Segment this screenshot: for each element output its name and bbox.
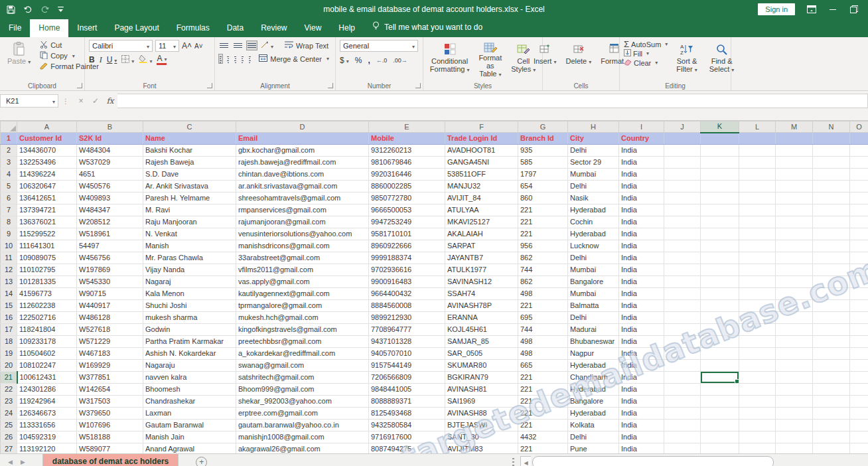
cell-B11[interactable]: W456756 — [77, 252, 143, 264]
cell-N6[interactable] — [813, 193, 850, 204]
cell-K16[interactable] — [701, 312, 739, 324]
cell-I10[interactable]: India — [619, 240, 664, 252]
cell-L7[interactable] — [739, 204, 776, 216]
cell-L16[interactable] — [739, 312, 776, 324]
cell-L19[interactable] — [739, 348, 776, 360]
menu-tab-insert[interactable]: Insert — [68, 19, 106, 37]
cell-M21[interactable] — [776, 372, 813, 384]
cell-D13[interactable]: vas.apply@gmail.com — [236, 276, 369, 288]
cell-N15[interactable] — [813, 300, 850, 312]
cell-F7[interactable]: ATULYAA — [445, 204, 518, 216]
row-header-13[interactable]: 13 — [1, 276, 17, 288]
minimize-button[interactable] — [828, 9, 837, 10]
cell-J26[interactable] — [664, 431, 701, 443]
cell-N17[interactable] — [813, 324, 850, 336]
cell-N7[interactable] — [813, 204, 850, 216]
cell-C9[interactable]: N. Venkat — [143, 228, 236, 240]
cell-J4[interactable] — [664, 169, 701, 181]
cell-I2[interactable]: India — [619, 145, 664, 157]
decrease-decimal-button[interactable]: .00→ — [393, 57, 407, 64]
cell-E2[interactable]: 9312260213 — [369, 145, 445, 157]
cell-D8[interactable]: rajumanjooran@gmail.com — [236, 216, 369, 228]
cell-L18[interactable] — [739, 336, 776, 348]
cell-A14[interactable]: 41596773 — [17, 288, 77, 300]
cell-N10[interactable] — [813, 240, 850, 252]
cell-F17[interactable]: KOJL45H61 — [445, 324, 518, 336]
cell-G5[interactable]: 654 — [518, 181, 568, 193]
cell-C1[interactable]: Name — [143, 133, 236, 145]
cell-C23[interactable]: Chandrashekar — [143, 396, 236, 408]
cell-I7[interactable]: India — [619, 204, 664, 216]
cell-J8[interactable] — [664, 216, 701, 228]
cell-F24[interactable]: AVINASH88 — [445, 408, 518, 420]
menu-tab-home[interactable]: Home — [30, 19, 68, 37]
delete-cells-button[interactable]: Delete — [562, 40, 595, 80]
cell-O8[interactable] — [850, 216, 868, 228]
cell-K11[interactable] — [701, 252, 739, 264]
cell-M9[interactable] — [776, 228, 813, 240]
increase-indent-button[interactable] — [248, 54, 252, 63]
enter-check-icon[interactable]: ✓ — [88, 96, 103, 106]
cell-E25[interactable]: 9432580584 — [369, 420, 445, 431]
cell-C25[interactable]: Gautam Baranwal — [143, 420, 236, 431]
cell-N25[interactable] — [813, 420, 850, 431]
cell-F11[interactable]: JAYANTB7 — [445, 252, 518, 264]
cell-L12[interactable] — [739, 264, 776, 276]
cell-B27[interactable]: W589077 — [77, 443, 143, 454]
cell-E20[interactable]: 9157544149 — [369, 360, 445, 372]
comma-style-button[interactable]: , — [368, 56, 370, 65]
cell-F1[interactable]: Trade Login Id — [445, 133, 518, 145]
cell-M19[interactable] — [776, 348, 813, 360]
cell-B2[interactable]: W484304 — [77, 145, 143, 157]
cell-H3[interactable]: Sector 29 — [568, 157, 619, 169]
cell-B1[interactable]: S2K Id — [77, 133, 143, 145]
cell-J19[interactable] — [664, 348, 701, 360]
cell-D14[interactable]: kautilyagennext@gmail.com — [236, 288, 369, 300]
row-header-3[interactable]: 3 — [1, 157, 17, 169]
cell-F20[interactable]: SKUMAR80 — [445, 360, 518, 372]
cell-K17[interactable] — [701, 324, 739, 336]
cell-M2[interactable] — [776, 145, 813, 157]
cell-H9[interactable]: Hyderabad — [568, 228, 619, 240]
cell-C11[interactable]: Mr. Paras Chawla — [143, 252, 236, 264]
sign-in-button[interactable]: Sign in — [758, 3, 795, 15]
cell-K27[interactable] — [701, 443, 739, 454]
cell-B21[interactable]: W377851 — [77, 372, 143, 384]
redo-icon[interactable] — [40, 6, 50, 13]
cell-D6[interactable]: shreesohamtravels@gmail.com — [236, 193, 369, 204]
cell-F15[interactable]: AVINASH78P — [445, 300, 518, 312]
cell-B23[interactable]: W317503 — [77, 396, 143, 408]
cell-M12[interactable] — [776, 264, 813, 276]
cell-D5[interactable]: ar.ankit.srivastava@gmail.com — [236, 181, 369, 193]
column-header-k[interactable]: K — [701, 121, 739, 133]
cell-C27[interactable]: Anand Agrawal — [143, 443, 236, 454]
cell-B9[interactable]: W518961 — [77, 228, 143, 240]
tab-scroll-splitter[interactable] — [512, 458, 514, 466]
cell-D23[interactable]: shekar_992003@yahoo.com — [236, 396, 369, 408]
cell-O23[interactable] — [850, 396, 868, 408]
column-header-b[interactable]: B — [77, 121, 143, 133]
cell-M10[interactable] — [776, 240, 813, 252]
cell-M13[interactable] — [776, 276, 813, 288]
cell-H2[interactable]: Delhi — [568, 145, 619, 157]
cell-F16[interactable]: ERANNA — [445, 312, 518, 324]
cell-O13[interactable] — [850, 276, 868, 288]
cell-N5[interactable] — [813, 181, 850, 193]
cell-O21[interactable] — [850, 372, 868, 384]
cell-E6[interactable]: 9850772780 — [369, 193, 445, 204]
cell-G3[interactable]: 585 — [518, 157, 568, 169]
cell-M27[interactable] — [776, 443, 813, 454]
cell-F14[interactable]: SSAH74 — [445, 288, 518, 300]
cell-N3[interactable] — [813, 157, 850, 169]
cell-C18[interactable]: Partha Pratim Karmakar — [143, 336, 236, 348]
cell-D27[interactable]: akagrawal26@gmail.com — [236, 443, 369, 454]
cell-H7[interactable]: Hyderabad — [568, 204, 619, 216]
cell-N27[interactable] — [813, 443, 850, 454]
italic-button[interactable]: I — [100, 55, 102, 65]
cell-L3[interactable] — [739, 157, 776, 169]
cell-O9[interactable] — [850, 228, 868, 240]
cell-N22[interactable] — [813, 384, 850, 396]
name-box-dropdown-icon[interactable] — [50, 97, 55, 105]
cell-H16[interactable]: Delhi — [568, 312, 619, 324]
column-header-g[interactable]: G — [518, 121, 568, 133]
